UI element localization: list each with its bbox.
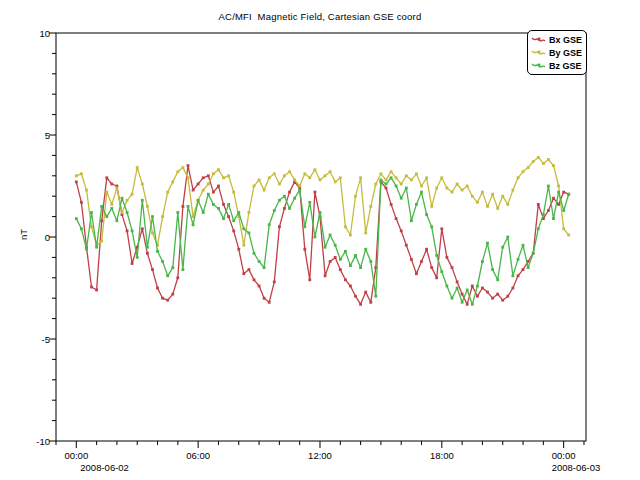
- series-marker: [237, 211, 240, 214]
- series-marker: [171, 266, 174, 269]
- series-marker: [380, 179, 383, 182]
- series-marker: [273, 172, 276, 175]
- series-marker: [298, 189, 301, 192]
- series-marker: [303, 225, 306, 228]
- series-marker: [435, 254, 438, 257]
- series-marker: [151, 215, 154, 218]
- x-tick-label: 00:00: [64, 450, 88, 461]
- series-marker: [314, 191, 317, 194]
- series-marker: [476, 285, 479, 288]
- series-marker: [430, 266, 433, 269]
- series-marker: [481, 287, 484, 290]
- series-marker: [557, 203, 560, 206]
- series-marker: [75, 174, 78, 177]
- y-tick-label: -10: [36, 436, 50, 447]
- legend[interactable]: Bx GSE By GSE Bz GSE: [527, 30, 587, 75]
- legend-item-by[interactable]: By GSE: [531, 46, 582, 59]
- series-marker: [552, 217, 555, 220]
- series-marker: [126, 230, 129, 233]
- series-marker: [364, 232, 367, 235]
- series-marker: [506, 295, 509, 298]
- series-marker: [425, 248, 428, 251]
- series-marker: [319, 179, 322, 182]
- legend-item-bx[interactable]: Bx GSE: [531, 33, 582, 46]
- series-marker: [329, 260, 332, 263]
- series-marker: [451, 191, 454, 194]
- series-marker: [349, 264, 352, 267]
- series-marker: [268, 223, 271, 226]
- series-marker: [212, 172, 215, 175]
- series-marker: [517, 176, 520, 179]
- series-marker: [349, 234, 352, 237]
- series-marker: [364, 291, 367, 294]
- series-marker: [227, 203, 230, 206]
- series-marker: [207, 183, 210, 186]
- series-marker: [105, 215, 108, 218]
- series-marker: [476, 295, 479, 298]
- series-marker: [385, 183, 388, 186]
- series-marker: [456, 287, 459, 290]
- x-tick-label: 06:00: [186, 450, 210, 461]
- series-marker: [354, 254, 357, 257]
- series-marker: [303, 172, 306, 175]
- series-marker: [171, 293, 174, 296]
- series-marker: [542, 213, 545, 216]
- series-marker: [85, 248, 88, 251]
- series-marker: [420, 260, 423, 263]
- series-marker: [415, 172, 418, 175]
- series-marker: [517, 258, 520, 261]
- series-marker: [222, 217, 225, 220]
- series-marker: [430, 225, 433, 228]
- series-marker: [278, 183, 281, 186]
- legend-item-bz[interactable]: Bz GSE: [531, 59, 582, 72]
- series-marker: [400, 183, 403, 186]
- series-marker: [339, 176, 342, 179]
- series-marker: [268, 301, 271, 304]
- series-marker: [222, 176, 225, 179]
- series-marker: [486, 205, 489, 208]
- series-marker: [446, 256, 449, 259]
- series-marker: [253, 185, 256, 188]
- series-marker: [501, 299, 504, 302]
- series-marker: [217, 207, 220, 210]
- series-marker: [146, 246, 149, 249]
- series-marker: [400, 230, 403, 233]
- series-marker: [415, 272, 418, 275]
- series-marker: [537, 227, 540, 230]
- series-marker: [471, 303, 474, 306]
- series-marker: [491, 193, 494, 196]
- series-marker: [512, 287, 515, 290]
- series-marker: [308, 201, 311, 204]
- series-marker: [567, 193, 570, 196]
- series-marker: [116, 187, 119, 190]
- series-marker: [192, 189, 195, 192]
- series-marker: [522, 170, 525, 173]
- series-marker: [512, 274, 515, 277]
- series-marker: [410, 258, 413, 261]
- series-marker: [242, 227, 245, 230]
- series-marker: [95, 289, 98, 292]
- series-marker: [212, 191, 215, 194]
- series-marker: [420, 191, 423, 194]
- series-marker: [532, 160, 535, 163]
- series-marker: [146, 205, 149, 208]
- series-marker: [369, 301, 372, 304]
- series-marker: [161, 260, 164, 263]
- series-marker: [176, 276, 179, 279]
- series-marker: [324, 246, 327, 249]
- legend-label-bx: Bx GSE: [549, 35, 582, 45]
- series-marker: [430, 205, 433, 208]
- series-marker: [527, 166, 530, 169]
- series-marker: [171, 181, 174, 184]
- series-marker: [456, 281, 459, 284]
- series-marker: [425, 176, 428, 179]
- bz-line-sample-icon: [531, 61, 546, 70]
- series-marker: [496, 207, 499, 210]
- series-marker: [116, 219, 119, 222]
- series-marker: [354, 195, 357, 198]
- series-marker: [166, 274, 169, 277]
- legend-label-bz: Bz GSE: [549, 61, 582, 71]
- series-marker: [466, 185, 469, 188]
- series-marker: [324, 174, 327, 177]
- series-marker: [182, 268, 185, 271]
